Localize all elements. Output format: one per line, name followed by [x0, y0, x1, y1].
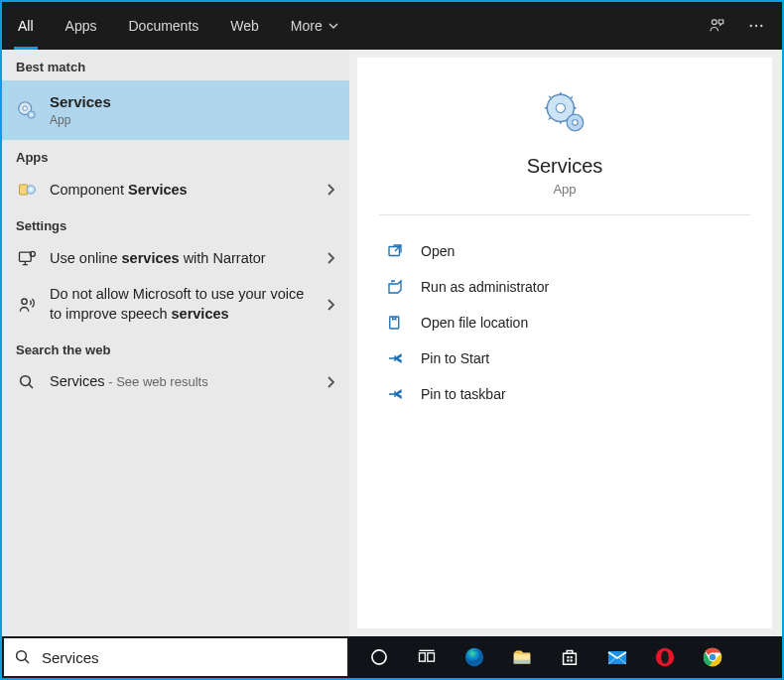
chevron-right-icon [318, 251, 335, 265]
svg-point-3 [760, 25, 762, 27]
svg-point-16 [556, 103, 565, 112]
action-pin-taskbar[interactable]: Pin to taskbar [379, 376, 750, 412]
result-text-pre: Use online [50, 250, 122, 266]
svg-point-18 [573, 120, 578, 125]
detail-pane-wrapper: Services App Open Run as administrator O… [349, 50, 782, 636]
result-title: Services [50, 92, 335, 112]
action-label: Pin to Start [421, 350, 489, 366]
tab-more-label: More [291, 18, 323, 34]
action-label: Open [421, 243, 455, 259]
svg-point-34 [661, 650, 669, 663]
action-run-admin[interactable]: Run as administrator [379, 269, 750, 305]
action-open-location[interactable]: Open file location [379, 305, 750, 340]
voice-icon [16, 294, 38, 316]
search-icon [16, 371, 38, 393]
action-pin-start[interactable]: Pin to Start [379, 340, 750, 376]
taskbar [349, 636, 782, 678]
start-search-window: All Apps Documents Web More Best match [0, 0, 784, 680]
pin-icon [385, 348, 405, 368]
result-component-services[interactable]: Component Services [2, 171, 349, 208]
taskbar-cortana[interactable] [355, 636, 403, 678]
taskbar-edge[interactable] [451, 636, 498, 678]
svg-rect-11 [20, 253, 32, 262]
search-icon [14, 648, 32, 666]
svg-point-10 [30, 189, 33, 192]
svg-point-13 [22, 299, 27, 304]
search-filter-tabs: All Apps Documents Web More [2, 2, 782, 50]
svg-point-0 [712, 20, 717, 25]
search-input[interactable] [42, 649, 337, 666]
taskbar-mail[interactable] [593, 636, 641, 678]
svg-point-5 [23, 106, 27, 110]
action-label: Pin to taskbar [421, 386, 506, 402]
svg-point-2 [755, 25, 757, 27]
result-text-bold: services [122, 250, 180, 266]
results-list: Best match Services App Apps Compone [2, 50, 349, 636]
svg-rect-29 [571, 656, 573, 658]
chevron-right-icon [318, 375, 335, 389]
section-apps: Apps [2, 140, 349, 171]
result-narrator-services[interactable]: Use online services with Narrator [2, 239, 349, 277]
feedback-icon[interactable] [697, 2, 736, 50]
taskbar-file-explorer[interactable] [498, 636, 546, 678]
services-app-icon [540, 87, 589, 137]
tab-apps[interactable]: Apps [50, 2, 113, 50]
svg-point-1 [750, 25, 752, 27]
detail-subtitle: App [553, 182, 576, 197]
result-text-bold: Services [128, 182, 188, 198]
svg-point-14 [21, 375, 31, 385]
result-web-services[interactable]: Services - See web results [2, 363, 349, 401]
svg-rect-24 [428, 653, 435, 661]
section-best-match: Best match [2, 50, 349, 80]
result-text-pre: Component [50, 182, 128, 198]
taskbar-chrome[interactable] [689, 636, 736, 678]
open-icon [385, 241, 405, 261]
action-open[interactable]: Open [379, 233, 750, 269]
svg-rect-28 [567, 656, 569, 658]
result-text: Services [50, 373, 105, 389]
section-search-web: Search the web [2, 333, 349, 363]
taskbar-opera[interactable] [641, 636, 689, 678]
action-label: Run as administrator [421, 279, 549, 295]
result-subtitle: App [50, 112, 335, 128]
tab-web[interactable]: Web [214, 2, 275, 50]
detail-title: Services [527, 155, 603, 178]
bottom-bar [2, 636, 782, 678]
tab-all[interactable]: All [2, 2, 50, 50]
search-box[interactable] [2, 636, 349, 678]
tab-documents[interactable]: Documents [112, 2, 214, 50]
shield-icon [385, 277, 405, 297]
detail-actions: Open Run as administrator Open file loca… [357, 215, 772, 430]
chevron-right-icon [318, 183, 335, 197]
svg-point-22 [372, 650, 386, 664]
more-options-icon[interactable] [736, 2, 776, 50]
svg-rect-27 [514, 660, 531, 664]
result-suffix: - See web results [105, 374, 208, 389]
svg-rect-31 [571, 659, 573, 661]
taskbar-store[interactable] [546, 636, 593, 678]
section-settings: Settings [2, 208, 349, 239]
narrator-icon [16, 247, 38, 269]
result-best-services[interactable]: Services App [2, 80, 349, 140]
action-label: Open file location [421, 315, 528, 331]
component-services-icon [16, 179, 38, 201]
svg-point-7 [30, 114, 32, 116]
result-text-post: with Narrator [180, 250, 266, 266]
detail-pane: Services App Open Run as administrator O… [357, 58, 772, 628]
svg-rect-30 [567, 659, 569, 661]
svg-point-21 [17, 651, 27, 661]
result-text-bold: services [172, 306, 229, 322]
svg-rect-8 [20, 185, 28, 195]
pin-icon [385, 384, 405, 404]
folder-icon [385, 313, 405, 333]
result-voice-services[interactable]: Do not allow Microsoft to use your voice… [2, 277, 349, 332]
gear-icon [16, 99, 38, 121]
svg-rect-23 [420, 653, 426, 661]
chevron-down-icon [328, 21, 338, 31]
taskbar-task-view[interactable] [403, 636, 451, 678]
chevron-right-icon [318, 298, 335, 312]
tab-more[interactable]: More [275, 2, 354, 50]
svg-point-37 [710, 654, 716, 660]
